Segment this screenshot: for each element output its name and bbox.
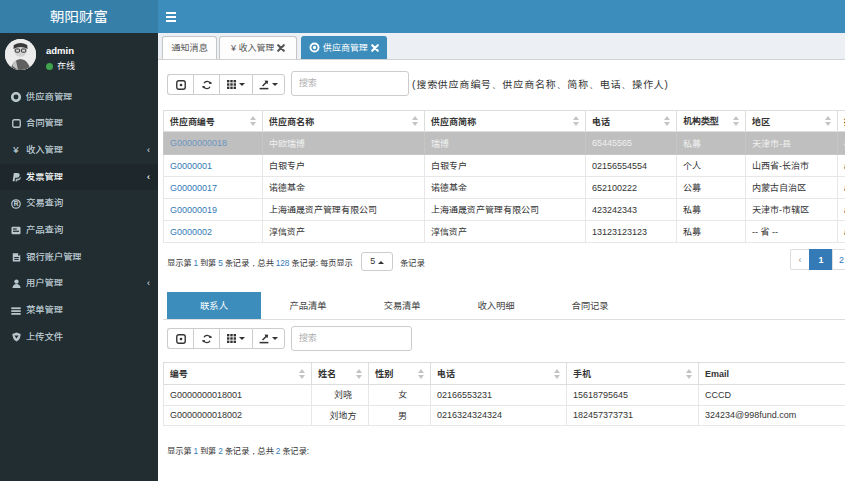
svg-text:R: R: [14, 200, 19, 207]
